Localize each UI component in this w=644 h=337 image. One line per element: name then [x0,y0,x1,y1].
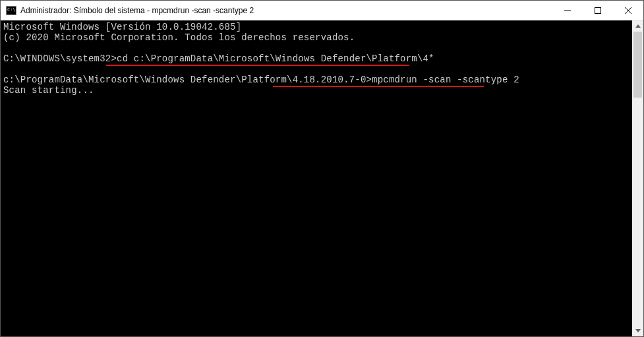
chevron-up-icon [635,24,641,28]
scroll-up-button[interactable] [632,20,643,32]
prompt-path: C:\WINDOWS\system32> [3,53,117,64]
vertical-scrollbar[interactable] [632,20,643,336]
command-prompt-window: Administrador: Símbolo del sistema - mpc… [0,0,644,337]
minimize-icon [564,7,571,14]
chevron-down-icon [635,329,641,332]
prompt-line: c:\ProgramData\Microsoft\Windows Defende… [3,75,519,85]
maximize-icon [595,7,601,14]
cmd-icon [6,6,16,15]
terminal-output[interactable]: Microsoft Windows [Versión 10.0.19042.68… [1,20,632,336]
minimize-button[interactable] [552,1,583,20]
output-line: Microsoft Windows [Versión 10.0.19042.68… [3,22,241,32]
command-text: mpcmdrun -scan -scantype 2 [372,75,519,85]
prompt-path: c:\ProgramData\Microsoft\Windows Defende… [3,75,293,85]
window-controls [552,1,643,20]
scrollbar-thumb[interactable] [633,32,642,98]
scrollbar-track[interactable] [632,32,643,325]
svg-rect-1 [595,7,601,13]
highlight-underline [106,65,409,66]
titlebar[interactable]: Administrador: Símbolo del sistema - mpc… [1,1,643,20]
output-line: (c) 2020 Microsoft Corporation. Todos lo… [3,32,355,43]
close-button[interactable] [613,1,643,20]
client-area: Microsoft Windows [Versión 10.0.19042.68… [1,20,643,336]
output-line: Scan starting... [3,85,94,96]
highlight-underline [273,86,484,87]
close-icon [625,7,631,14]
window-title: Administrador: Símbolo del sistema - mpc… [20,6,552,15]
maximize-button[interactable] [583,1,613,20]
prompt-line: C:\WINDOWS\system32>cd c:\ProgramData\Mi… [3,53,434,64]
command-text: cd c:\ProgramData\Microsoft\Windows Defe… [117,53,434,64]
scroll-down-button[interactable] [632,325,643,336]
prompt-version: 4.18.2010.7-0> [293,75,372,85]
